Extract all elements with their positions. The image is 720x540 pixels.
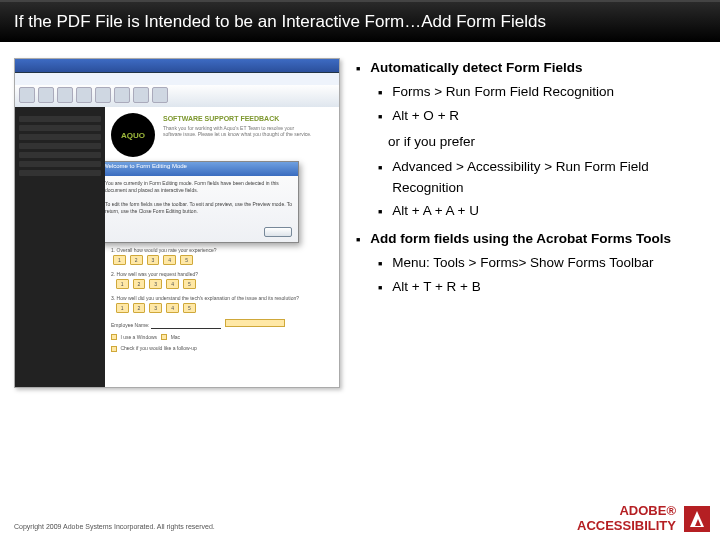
bullet-icon: ■ — [378, 277, 382, 299]
bullet-alt-t-r-b: ■ Alt + T + R + B — [378, 277, 706, 299]
bullet-icon: ■ — [378, 157, 382, 199]
brand-adobe: ADOBE® — [577, 504, 676, 519]
copyright-text: Copyright 2009 Adobe Systems Incorporate… — [14, 523, 215, 534]
bullet-icon: ■ — [356, 58, 360, 80]
bullet-add-form-fields: ■ Add form fields using the Acrobat Form… — [356, 229, 706, 251]
or-prefer-text: or if you prefer — [388, 132, 706, 153]
nav-panel — [15, 107, 105, 387]
aquo-logo-icon: AQUO — [111, 113, 155, 157]
bullet-menu-tools-forms: ■ Menu: Tools > Forms> Show Forms Toolba… — [378, 253, 706, 275]
brand-block: ADOBE® ACCESSIBILITY — [577, 504, 710, 534]
form-fields-area: 1. Overall how would you rate your exper… — [111, 247, 333, 357]
doc-subheading: Thank you for working with Aquo's ET Tea… — [163, 125, 313, 137]
text-column: ■ Automatically detect Form Fields ■ For… — [344, 58, 706, 388]
bullet-icon: ■ — [356, 229, 360, 251]
screenshot-column: AQUO SOFTWARE SUPPORT FEEDBACK Thank you… — [14, 58, 344, 388]
bullet-icon: ■ — [378, 201, 382, 223]
adobe-logo-icon — [684, 506, 710, 532]
doc-heading: SOFTWARE SUPPORT FEEDBACK — [163, 115, 279, 122]
bullet-icon: ■ — [378, 82, 382, 104]
bullet-icon: ■ — [378, 106, 382, 128]
dialog-title: Welcome to Form Editing Mode — [105, 162, 298, 176]
slide-footer: Copyright 2009 Adobe Systems Incorporate… — [0, 494, 720, 540]
brand-accessibility: ACCESSIBILITY — [577, 519, 676, 534]
slide-title: If the PDF File is Intended to be an Int… — [0, 0, 720, 42]
bullet-alt-o-r: ■ Alt + O + R — [378, 106, 706, 128]
bullet-advanced-accessibility: ■ Advanced > Accessibility > Run Form Fi… — [378, 157, 706, 199]
slide-content: AQUO SOFTWARE SUPPORT FEEDBACK Thank you… — [0, 42, 720, 388]
dialog-ok-button[interactable] — [264, 227, 292, 237]
window-chrome — [15, 59, 339, 107]
acrobat-screenshot: AQUO SOFTWARE SUPPORT FEEDBACK Thank you… — [14, 58, 340, 388]
bullet-forms-run: ■ Forms > Run Form Field Recognition — [378, 82, 706, 104]
form-editing-dialog: Welcome to Form Editing Mode You are cur… — [105, 161, 299, 243]
bullet-auto-detect: ■ Automatically detect Form Fields — [356, 58, 706, 80]
document-area: AQUO SOFTWARE SUPPORT FEEDBACK Thank you… — [105, 107, 339, 387]
bullet-icon: ■ — [378, 253, 382, 275]
bullet-alt-a-a-u: ■ Alt + A + A + U — [378, 201, 706, 223]
